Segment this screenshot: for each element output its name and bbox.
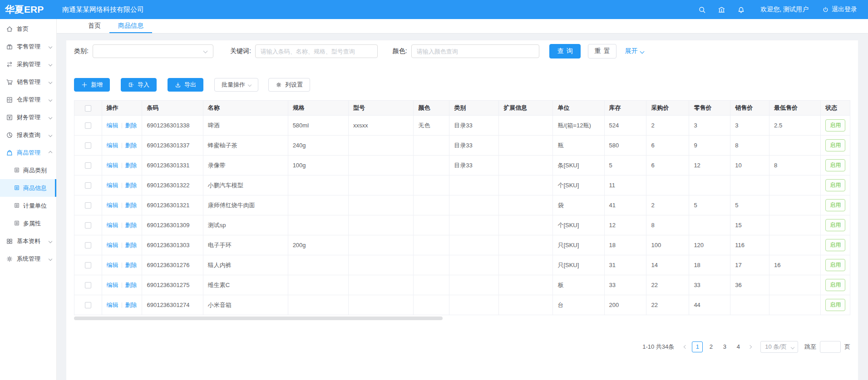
next-page-button[interactable]	[745, 346, 755, 348]
bank-icon[interactable]	[718, 6, 725, 14]
cell-unit: 板	[553, 275, 604, 295]
sidebar-item-label: 仓库管理	[17, 96, 49, 104]
delete-link[interactable]: 删除	[125, 202, 137, 209]
edit-link[interactable]: 编辑	[107, 142, 118, 149]
status-badge[interactable]: 启用	[825, 299, 845, 311]
status-badge[interactable]: 启用	[825, 179, 845, 191]
row-checkbox[interactable]	[85, 262, 91, 268]
search-button[interactable]: 查询	[549, 44, 581, 58]
column-settings-button[interactable]: 列设置	[268, 78, 310, 92]
page-number-1[interactable]: 1	[692, 341, 703, 352]
row-checkbox[interactable]	[85, 182, 91, 189]
status-badge[interactable]: 启用	[825, 199, 845, 211]
search-icon[interactable]	[698, 6, 706, 14]
logout-button[interactable]: 退出登录	[822, 5, 857, 14]
bell-icon[interactable]	[737, 6, 745, 14]
cell-lowest: 2.5	[769, 116, 821, 136]
row-checkbox[interactable]	[85, 242, 91, 248]
delete-link[interactable]: 删除	[125, 282, 137, 288]
cell-stock: 18	[604, 235, 646, 255]
row-checkbox[interactable]	[85, 302, 91, 308]
edit-link[interactable]: 编辑	[107, 302, 118, 308]
sidebar-item-warehouse[interactable]: 仓库管理	[0, 91, 56, 108]
tab-product-info[interactable]: 商品信息	[109, 19, 152, 33]
cell-color	[414, 295, 449, 315]
edit-link[interactable]: 编辑	[107, 242, 118, 248]
reset-button[interactable]: 重置	[588, 44, 616, 58]
sidebar-item-finance[interactable]: 财务管理	[0, 108, 56, 126]
gift-icon	[6, 43, 13, 50]
cell-sale: 15	[730, 215, 769, 235]
color-input[interactable]	[411, 44, 539, 58]
add-button[interactable]: 新增	[74, 78, 110, 92]
status-badge[interactable]: 启用	[825, 139, 845, 151]
horizontal-scrollbar[interactable]	[74, 317, 850, 320]
delete-link[interactable]: 删除	[125, 182, 137, 189]
sidebar-item-products[interactable]: 商品管理	[0, 144, 56, 161]
page-number-2[interactable]: 2	[705, 341, 716, 352]
row-checkbox[interactable]	[85, 202, 91, 209]
status-badge[interactable]: 启用	[825, 259, 845, 271]
edit-link[interactable]: 编辑	[107, 202, 118, 209]
page-number-3[interactable]: 3	[719, 341, 730, 352]
status-badge[interactable]: 启用	[825, 279, 845, 291]
sidebar-item-multi-attribute[interactable]: 多属性	[0, 214, 56, 232]
expand-toggle[interactable]: 展开	[625, 47, 644, 55]
keyword-input[interactable]	[255, 44, 378, 58]
batch-actions-button[interactable]: 批量操作	[214, 78, 258, 92]
sidebar-item-measure-unit[interactable]: 计量单位	[0, 197, 56, 214]
row-checkbox[interactable]	[85, 122, 91, 129]
export-button[interactable]: 导出	[168, 78, 203, 92]
sidebar-item-product-category[interactable]: 商品类别	[0, 161, 56, 179]
import-button[interactable]: 导入	[121, 78, 157, 92]
sidebar-item-system[interactable]: 系统管理	[0, 250, 56, 268]
sidebar-item-product-info[interactable]: 商品信息	[0, 179, 56, 197]
sidebar-item-home[interactable]: 首页	[0, 20, 56, 38]
prev-page-button[interactable]	[681, 346, 690, 348]
cell-retail: 44	[689, 295, 730, 315]
logout-icon	[822, 6, 829, 13]
cell-purchase: 2	[646, 195, 689, 215]
cell-retail: 120	[689, 235, 730, 255]
sidebar-item-purchase[interactable]: 采购管理	[0, 55, 56, 73]
category-select[interactable]	[93, 44, 213, 58]
select-all-checkbox[interactable]	[85, 105, 91, 112]
delete-link[interactable]: 删除	[125, 302, 137, 308]
sidebar-item-basic-data[interactable]: 基本资料	[0, 232, 56, 250]
edit-link[interactable]: 编辑	[107, 162, 118, 169]
column-header-6: 类别	[449, 101, 499, 116]
column-header-9: 库存	[604, 101, 646, 116]
page-size-select[interactable]: 10 条/页	[760, 341, 798, 353]
delete-link[interactable]: 删除	[125, 142, 137, 149]
cell-color	[414, 215, 449, 235]
sidebar-item-reports[interactable]: 报表查询	[0, 126, 56, 144]
edit-link[interactable]: 编辑	[107, 262, 118, 268]
status-badge[interactable]: 启用	[825, 159, 845, 171]
status-badge[interactable]: 启用	[825, 219, 845, 231]
edit-link[interactable]: 编辑	[107, 182, 118, 189]
page-number-4[interactable]: 4	[733, 341, 744, 352]
scrollbar-thumb[interactable]	[74, 317, 443, 320]
edit-link[interactable]: 编辑	[107, 222, 118, 229]
row-select-cell	[74, 275, 102, 295]
sidebar-item-sales[interactable]: 销售管理	[0, 73, 56, 91]
cell-model	[348, 156, 413, 175]
tab-home[interactable]: 首页	[79, 19, 109, 33]
delete-link[interactable]: 删除	[125, 222, 137, 229]
jump-page-input[interactable]	[820, 341, 841, 353]
row-checkbox[interactable]	[85, 222, 91, 229]
sidebar-item-retail[interactable]: 零售管理	[0, 38, 56, 55]
status-badge[interactable]: 启用	[825, 119, 845, 132]
delete-link[interactable]: 删除	[125, 242, 137, 248]
status-badge[interactable]: 启用	[825, 239, 845, 251]
delete-link[interactable]: 删除	[125, 162, 137, 169]
delete-link[interactable]: 删除	[125, 122, 137, 129]
row-checkbox[interactable]	[85, 142, 91, 149]
edit-link[interactable]: 编辑	[107, 282, 118, 288]
row-checkbox[interactable]	[85, 282, 91, 288]
row-checkbox[interactable]	[85, 162, 91, 169]
cell-actions: 编辑删除	[102, 195, 142, 215]
chevron-down-icon	[248, 83, 252, 87]
edit-link[interactable]: 编辑	[107, 122, 118, 129]
delete-link[interactable]: 删除	[125, 262, 137, 268]
